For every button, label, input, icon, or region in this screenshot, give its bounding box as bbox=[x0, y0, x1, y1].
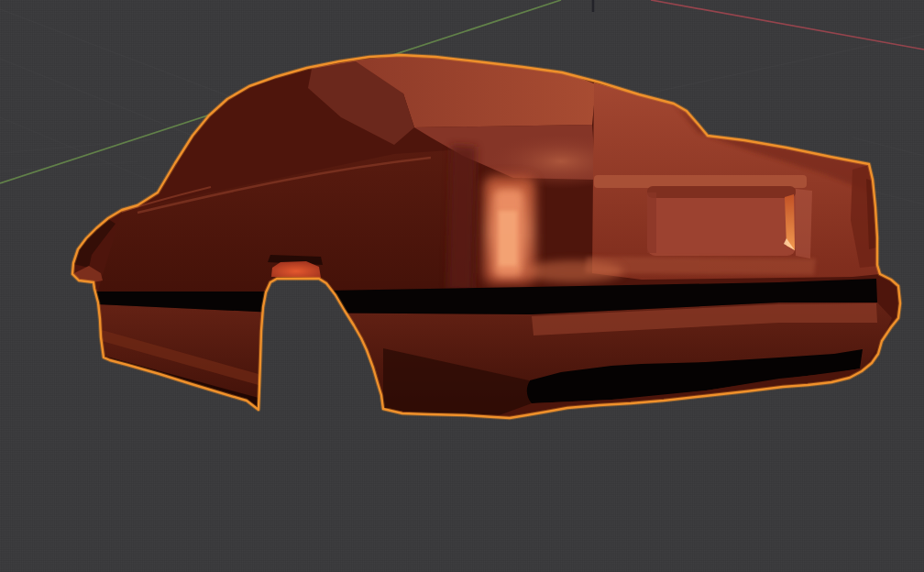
plate-ledge bbox=[594, 175, 807, 188]
plate-right-wall bbox=[796, 189, 812, 258]
tail-light-left-hotspot bbox=[499, 211, 517, 266]
plate-inner-left-shadow bbox=[647, 192, 656, 253]
rear-panel-glow bbox=[522, 260, 623, 282]
plate-inner-top-shadow bbox=[647, 186, 796, 198]
viewport-canvas[interactable] bbox=[0, 0, 924, 572]
viewport[interactable] bbox=[0, 0, 924, 572]
cabin-tail-shadow bbox=[447, 145, 477, 292]
